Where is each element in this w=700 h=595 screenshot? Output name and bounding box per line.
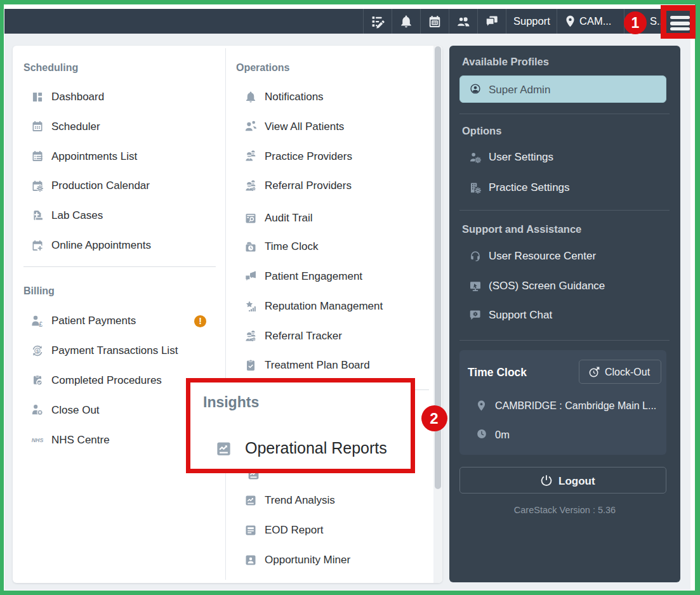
svg-text:£: £ [39, 321, 43, 327]
svg-text:NHS: NHS [32, 437, 44, 443]
